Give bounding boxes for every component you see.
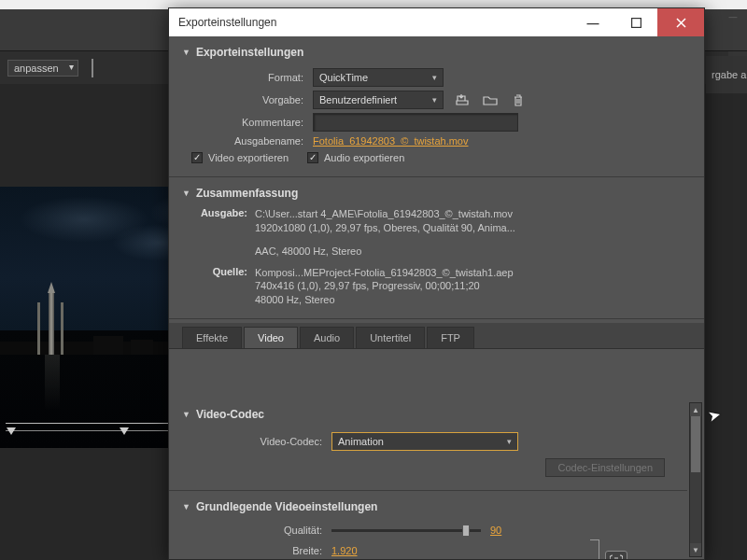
output-filename-link[interactable]: Fotolia_61942803_©_twistah.mov xyxy=(313,135,469,147)
tab-ftp[interactable]: FTP xyxy=(427,327,474,348)
dimension-link-bracket xyxy=(590,539,599,559)
import-preset-icon[interactable] xyxy=(481,91,500,108)
video-codec-dropdown[interactable]: Animation xyxy=(331,432,518,451)
export-audio-checkbox[interactable]: ✓ xyxy=(307,152,318,163)
export-settings-header[interactable]: ▼ Exporteinstellungen xyxy=(182,42,691,64)
tab-effects[interactable]: Effekte xyxy=(182,327,242,348)
preset-label: Vorgabe: xyxy=(182,94,303,105)
quality-label: Qualität: xyxy=(182,525,322,536)
codec-settings-button: Codec-Einstellungen xyxy=(545,458,665,477)
scroll-down-arrow[interactable]: ▼ xyxy=(690,543,701,556)
delete-preset-icon[interactable] xyxy=(509,91,528,108)
basic-video-header[interactable]: ▼ Grundlegende Videoeinstellungen xyxy=(182,497,674,519)
video-tab-scroll-area: ▼ Video-Codec Video-Codec: Animation Cod… xyxy=(169,399,687,559)
format-label: Format: xyxy=(182,72,303,83)
close-button[interactable] xyxy=(657,8,704,36)
dialog-titlebar[interactable]: Exporteinstellungen — xyxy=(169,8,704,36)
export-settings-section: ▼ Exporteinstellungen Format: QuickTime … xyxy=(169,36,704,177)
quality-slider[interactable] xyxy=(331,529,481,532)
constrain-proportions-icon[interactable] xyxy=(605,551,627,559)
quality-value[interactable]: 90 xyxy=(490,525,501,536)
panel-divider-icon xyxy=(92,59,110,77)
bg-minimize-icon[interactable]: – xyxy=(719,7,747,26)
export-settings-dialog: Exporteinstellungen — ▼ Exporteinstellun… xyxy=(168,7,705,560)
section-title: Video-Codec xyxy=(196,408,264,421)
width-label: Breite: xyxy=(182,545,322,556)
chevron-down-icon: ▼ xyxy=(182,189,190,198)
chevron-down-icon: ▼ xyxy=(182,410,190,419)
fit-dropdown[interactable]: anpassen xyxy=(7,60,78,77)
section-title: Exporteinstellungen xyxy=(196,46,303,59)
scrollbar-thumb[interactable] xyxy=(691,416,700,472)
out-point-marker[interactable] xyxy=(120,427,129,435)
section-title: Zusammenfassung xyxy=(196,187,298,200)
dialog-body: ▼ Exporteinstellungen Format: QuickTime … xyxy=(169,36,704,559)
basic-video-section: ▼ Grundlegende Videoeinstellungen Qualit… xyxy=(169,491,687,559)
section-title: Grundlegende Videoeinstellungen xyxy=(196,500,377,513)
summary-source-label: Quelle: xyxy=(190,266,247,308)
save-preset-icon[interactable] xyxy=(453,91,472,108)
export-video-checkbox[interactable]: ✓ xyxy=(191,152,203,163)
summary-source-text: Komposi...MEProject-Fotolia_61942803_©_t… xyxy=(255,266,514,308)
settings-tabs: Effekte Video Audio Untertitel FTP xyxy=(169,323,704,349)
comments-label: Kommentare: xyxy=(182,117,303,128)
right-panel-fragment: rgabe a xyxy=(706,56,747,93)
tab-video[interactable]: Video xyxy=(244,327,298,348)
chevron-down-icon: ▼ xyxy=(182,48,190,57)
preset-dropdown[interactable]: Benutzerdefiniert xyxy=(313,91,444,109)
export-video-label: Video exportieren xyxy=(208,152,289,163)
chevron-down-icon: ▼ xyxy=(182,502,190,511)
video-codec-label: Video-Codec: xyxy=(182,436,322,447)
output-name-label: Ausgabename: xyxy=(182,135,303,147)
maximize-button[interactable] xyxy=(614,8,657,36)
format-dropdown[interactable]: QuickTime xyxy=(313,68,444,87)
vertical-scrollbar[interactable]: ▲ ▼ xyxy=(689,402,702,557)
summary-output-text: C:\User...start 4_AME\Fotolia_61942803_©… xyxy=(255,207,515,259)
minimize-button[interactable]: — xyxy=(571,8,614,36)
tab-audio[interactable]: Audio xyxy=(300,327,354,348)
dialog-title-text: Exporteinstellungen xyxy=(178,16,276,29)
svg-rect-0 xyxy=(631,18,641,27)
video-codec-section: ▼ Video-Codec Video-Codec: Animation Cod… xyxy=(169,399,687,491)
summary-section: ▼ Zusammenfassung Ausgabe: C:\User...sta… xyxy=(169,177,704,319)
summary-output-label: Ausgabe: xyxy=(190,207,247,259)
width-value[interactable]: 1.920 xyxy=(331,545,358,556)
scroll-up-arrow[interactable]: ▲ xyxy=(690,403,701,416)
summary-header[interactable]: ▼ Zusammenfassung xyxy=(182,183,691,205)
in-point-marker[interactable] xyxy=(7,427,16,435)
export-audio-label: Audio exportieren xyxy=(324,152,404,163)
video-codec-header[interactable]: ▼ Video-Codec xyxy=(182,404,674,427)
tab-subtitles[interactable]: Untertitel xyxy=(356,327,425,348)
comments-input[interactable] xyxy=(313,113,518,132)
